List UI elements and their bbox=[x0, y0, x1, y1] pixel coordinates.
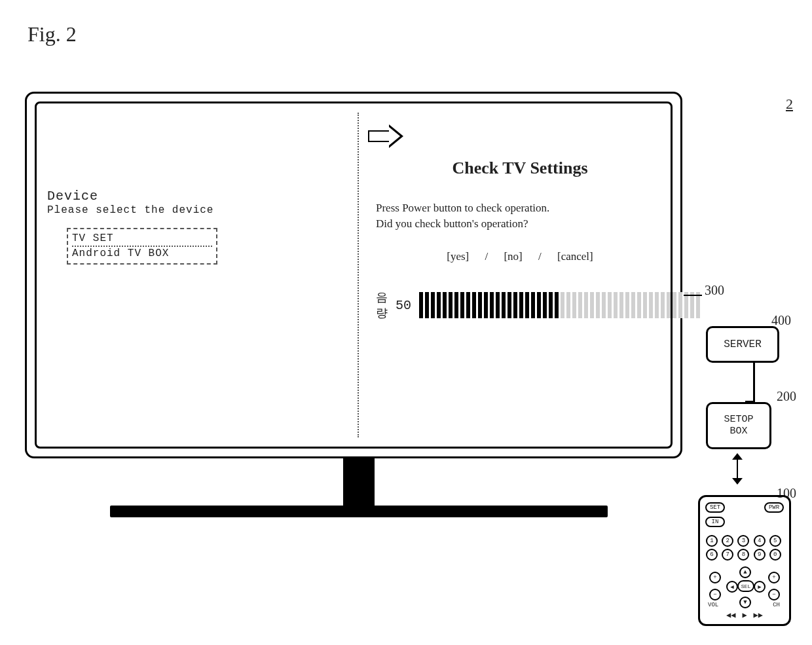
device-option-list[interactable]: TV SET Android TV BOX bbox=[67, 228, 217, 265]
volume-bar bbox=[496, 292, 500, 318]
figure-label: Fig. 2 bbox=[28, 22, 77, 46]
remote-nav-up-button[interactable]: ▲ bbox=[739, 566, 751, 578]
volume-bar bbox=[566, 292, 570, 318]
remote-digit-0[interactable]: 0 bbox=[769, 549, 781, 561]
volume-bar bbox=[425, 292, 429, 318]
remote-vol-label: VOL bbox=[708, 602, 718, 608]
device-option-android[interactable]: Android TV BOX bbox=[72, 247, 212, 261]
volume-indicator: 음량 50 bbox=[376, 289, 664, 321]
volume-bar bbox=[525, 292, 529, 318]
remote-vol-down-button[interactable]: − bbox=[709, 589, 721, 600]
tv-monitor-frame: Device Please select the device TV SET A… bbox=[25, 92, 682, 458]
remote-digit-6[interactable]: 6 bbox=[706, 549, 718, 561]
volume-bar bbox=[449, 292, 452, 318]
volume-bar bbox=[531, 292, 535, 318]
remote-input-button[interactable]: IN bbox=[705, 517, 725, 527]
volume-bar bbox=[619, 292, 623, 318]
volume-bar bbox=[631, 292, 635, 318]
volume-bar bbox=[478, 292, 482, 318]
remote-power-button[interactable]: PWR bbox=[764, 502, 784, 513]
volume-bar bbox=[625, 292, 629, 318]
volume-value: 50 bbox=[396, 298, 411, 313]
volume-bar bbox=[519, 292, 523, 318]
remote-digit-5[interactable]: 5 bbox=[769, 535, 781, 547]
choice-sep-2: / bbox=[538, 250, 542, 263]
ref-num-settop: 200 bbox=[777, 389, 796, 404]
settop-box: SETOPBOX bbox=[706, 402, 771, 449]
volume-bar bbox=[661, 292, 665, 318]
volume-bar bbox=[502, 292, 506, 318]
settop-label: SETOPBOX bbox=[724, 414, 753, 437]
volume-bar bbox=[555, 292, 559, 318]
remote-nav-right-button[interactable]: ▶ bbox=[754, 581, 766, 593]
volume-bar bbox=[596, 292, 600, 318]
volume-bar bbox=[472, 292, 476, 318]
ref-num-tv: 300 bbox=[705, 283, 724, 298]
volume-bar bbox=[643, 292, 647, 318]
volume-bar bbox=[678, 292, 682, 318]
screen-divider bbox=[358, 113, 359, 437]
check-settings-pane: Check TV Settings Press Power button to … bbox=[376, 143, 664, 321]
check-settings-title: Check TV Settings bbox=[376, 158, 664, 178]
remote-prev-button[interactable]: ◀◀ bbox=[726, 610, 735, 620]
volume-bar bbox=[419, 292, 423, 318]
remote-next-button[interactable]: ▶▶ bbox=[754, 610, 763, 620]
confirm-choices: [yes] / [no] / [cancel] bbox=[376, 250, 664, 263]
remote-digit-1[interactable]: 1 bbox=[706, 535, 718, 547]
remote-nav-left-button[interactable]: ◀ bbox=[726, 581, 738, 593]
volume-bar bbox=[584, 292, 588, 318]
volume-bar bbox=[454, 292, 458, 318]
server-label: SERVER bbox=[724, 339, 762, 350]
remote-media-row: ◀◀ ▶ ▶▶ bbox=[700, 610, 789, 620]
ref-num-system: 2 bbox=[786, 96, 793, 113]
remote-nav-down-button[interactable]: ▼ bbox=[739, 597, 751, 608]
remote-select-button[interactable]: SEL bbox=[737, 580, 754, 592]
volume-bar bbox=[667, 292, 671, 318]
remote-number-pad: 1234567890 bbox=[706, 535, 783, 561]
remote-digit-7[interactable]: 7 bbox=[722, 549, 733, 561]
volume-bar bbox=[537, 292, 541, 318]
remote-digit-3[interactable]: 3 bbox=[737, 535, 749, 547]
volume-label: 음량 bbox=[376, 289, 388, 321]
tv-stand-base bbox=[110, 506, 608, 517]
check-settings-line2: Did you check button's operation? bbox=[376, 217, 664, 230]
remote-digit-2[interactable]: 2 bbox=[722, 535, 733, 547]
volume-bar bbox=[578, 292, 582, 318]
tv-stand-neck bbox=[343, 458, 375, 506]
volume-bar bbox=[460, 292, 464, 318]
device-option-tvset[interactable]: TV SET bbox=[72, 232, 212, 247]
volume-bar bbox=[614, 292, 618, 318]
volume-bar bbox=[608, 292, 612, 318]
wireless-link-icon bbox=[732, 453, 743, 485]
volume-bar bbox=[649, 292, 653, 318]
remote-ch-up-button[interactable]: + bbox=[768, 572, 780, 583]
remote-set-button[interactable]: SET bbox=[705, 502, 725, 513]
device-heading: Device bbox=[47, 189, 342, 204]
volume-bar bbox=[507, 292, 511, 318]
volume-bar bbox=[684, 292, 688, 318]
volume-bar bbox=[431, 292, 435, 318]
device-prompt: Please select the device bbox=[47, 204, 342, 216]
remote-ch-down-button[interactable]: − bbox=[768, 589, 780, 600]
choice-no[interactable]: [no] bbox=[504, 250, 522, 263]
connector-server-settop bbox=[753, 363, 755, 402]
volume-bar bbox=[655, 292, 659, 318]
volume-bar bbox=[690, 292, 694, 318]
choice-yes[interactable]: [yes] bbox=[447, 250, 469, 263]
remote-digit-4[interactable]: 4 bbox=[754, 535, 766, 547]
choice-cancel[interactable]: [cancel] bbox=[557, 250, 593, 263]
check-settings-line1: Press Power button to check operation. bbox=[376, 202, 664, 215]
tv-screen: Device Please select the device TV SET A… bbox=[35, 101, 673, 449]
remote-digit-8[interactable]: 8 bbox=[737, 549, 749, 561]
volume-bar bbox=[513, 292, 517, 318]
leader-line-tv bbox=[684, 295, 702, 296]
volume-bar bbox=[572, 292, 576, 318]
device-select-pane: Device Please select the device TV SET A… bbox=[47, 189, 342, 265]
volume-bar bbox=[549, 292, 553, 318]
remote-digit-9[interactable]: 9 bbox=[754, 549, 766, 561]
volume-bar bbox=[466, 292, 470, 318]
volume-bar bbox=[637, 292, 641, 318]
remote-vol-up-button[interactable]: + bbox=[709, 572, 721, 583]
volume-bar bbox=[484, 292, 488, 318]
remote-play-button[interactable]: ▶ bbox=[742, 610, 747, 620]
